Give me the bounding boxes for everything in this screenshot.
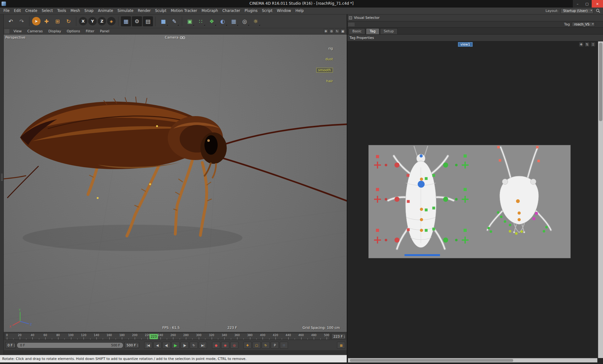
selector-marker[interactable]: [374, 162, 381, 169]
camera-axes-icon[interactable]: [180, 36, 185, 40]
record-position-button[interactable]: ✚: [243, 342, 252, 349]
keyframe-selection-button[interactable]: ▦: [337, 342, 345, 349]
record-scale-button[interactable]: ▢: [253, 342, 261, 349]
record-options-button[interactable]: ◎: [230, 342, 238, 349]
menu-tools[interactable]: Tools: [55, 8, 68, 13]
selector-marker[interactable]: [385, 198, 387, 201]
play-button[interactable]: ▶: [171, 342, 180, 349]
cockroach-model[interactable]: [4, 35, 347, 332]
selector-marker[interactable]: [545, 226, 548, 228]
menu-animate[interactable]: Animate: [96, 8, 115, 13]
selector-marker[interactable]: [432, 174, 435, 177]
timeline-ruler[interactable]: 0204060801001201401601802002202402602803…: [5, 333, 330, 340]
spinner-arrows[interactable]: ▴▾: [137, 344, 138, 347]
selector-marker[interactable]: [515, 232, 518, 235]
selector-marker[interactable]: [455, 164, 458, 166]
selector-marker[interactable]: [487, 227, 490, 229]
hud-tag-dust[interactable]: dust: [325, 57, 333, 61]
next-frame-button[interactable]: |▶: [181, 342, 189, 349]
panel-header[interactable]: Visual Selector: [347, 14, 603, 21]
viewport-menu-filter[interactable]: Filter: [83, 29, 97, 33]
minimize-button[interactable]: –: [573, 0, 582, 8]
selector-marker[interactable]: [420, 229, 423, 232]
panel-window-icon[interactable]: [349, 16, 352, 19]
range-end-spinner[interactable]: 500 F ▴▾: [124, 342, 139, 348]
move-tool-icon[interactable]: ✚: [41, 16, 52, 26]
menu-sculpt[interactable]: Sculpt: [153, 8, 169, 13]
selector-marker[interactable]: [425, 209, 428, 211]
record-pla-button[interactable]: ∷: [280, 342, 288, 349]
selector-marker[interactable]: [443, 238, 448, 243]
selector-marker[interactable]: [516, 199, 520, 203]
goto-start-button[interactable]: |◀: [144, 342, 152, 349]
render-settings-icon[interactable]: ⚙: [132, 16, 142, 26]
menu-render[interactable]: Render: [136, 8, 153, 13]
selector-marker[interactable]: [464, 154, 467, 158]
menu-motion-tracker[interactable]: Motion Tracker: [169, 8, 199, 13]
tag-properties-header[interactable]: Tag Properties: [347, 35, 603, 41]
selector-marker[interactable]: [407, 174, 410, 177]
array-generator-icon[interactable]: ∷: [196, 16, 206, 26]
record-rotation-button[interactable]: ↻: [262, 342, 270, 349]
scroll-panel-icon[interactable]: ⇅: [585, 42, 589, 47]
range-start-spinner[interactable]: 0 F ▴▾: [5, 342, 16, 348]
menu-plugins[interactable]: Plugins: [242, 8, 260, 13]
render-view-icon[interactable]: ▦: [121, 16, 131, 26]
menu-help[interactable]: Help: [293, 8, 306, 13]
grid-array-icon[interactable]: ▦: [229, 16, 239, 26]
selector-marker[interactable]: [518, 211, 521, 215]
selector-marker[interactable]: [432, 207, 435, 210]
palette-grip[interactable]: [1, 174, 3, 181]
selector-marker[interactable]: [420, 218, 423, 221]
viewport-menu-display[interactable]: Display: [46, 29, 64, 33]
menu-simulate[interactable]: Simulate: [115, 8, 136, 13]
pan-view-icon[interactable]: ✚: [323, 29, 328, 34]
selector-marker[interactable]: [462, 162, 469, 169]
zoom-view-icon[interactable]: ⊕: [329, 29, 334, 34]
rotate-tool-icon[interactable]: ↻: [63, 16, 73, 26]
view-label[interactable]: Perspective: [5, 35, 25, 40]
hud-tag-rig[interactable]: rig: [328, 46, 333, 51]
tab-setup[interactable]: Setup: [380, 28, 398, 34]
scrollbar-thumb[interactable]: [350, 359, 513, 362]
left-palette-strip[interactable]: [0, 14, 4, 362]
selector-marker[interactable]: [499, 159, 501, 162]
tag-grip-icon[interactable]: [349, 23, 354, 26]
selector-marker[interactable]: [394, 197, 399, 202]
menu-window[interactable]: Window: [274, 8, 293, 13]
preview-range-slider[interactable]: 0 F 500 F: [17, 342, 123, 348]
selector-marker[interactable]: [464, 188, 467, 191]
selector-marker[interactable]: [405, 254, 440, 256]
previous-frame-button[interactable]: ◀|: [162, 342, 171, 349]
selector-marker[interactable]: [543, 230, 545, 233]
menu-script[interactable]: Script: [260, 8, 274, 13]
selector-marker[interactable]: [537, 160, 540, 162]
menu-file[interactable]: File: [1, 8, 12, 13]
record-keyframe-button[interactable]: ●: [212, 342, 220, 349]
selector-marker[interactable]: [425, 229, 428, 232]
tab-tag[interactable]: Tag: [366, 28, 379, 34]
selector-marker[interactable]: [532, 217, 535, 220]
add-cube-icon[interactable]: ■: [158, 16, 168, 26]
maximize-view-icon[interactable]: ▣: [340, 29, 345, 34]
view-tab-view1[interactable]: view1: [458, 42, 473, 47]
selector-marker[interactable]: [374, 196, 381, 203]
pin-panel-icon[interactable]: ↧: [591, 42, 595, 47]
loop-button[interactable]: ↻: [190, 342, 198, 349]
selector-marker[interactable]: [504, 220, 506, 223]
selector-marker[interactable]: [374, 237, 381, 244]
selector-marker[interactable]: [464, 229, 467, 232]
menu-mesh[interactable]: Mesh: [68, 8, 82, 13]
current-frame-marker[interactable]: 223: [149, 334, 158, 339]
maximize-button[interactable]: ▢: [582, 0, 592, 8]
tag-select[interactable]: roach_VS: [572, 22, 595, 27]
panel-vertical-scrollbar[interactable]: [598, 41, 603, 358]
selector-marker[interactable]: [462, 196, 469, 203]
camera-tool-icon[interactable]: ◎: [240, 16, 250, 26]
selector-marker[interactable]: [385, 164, 387, 166]
hud-tag-smooth[interactable]: smooth: [316, 68, 333, 72]
selector-marker[interactable]: [420, 154, 423, 158]
selector-marker[interactable]: [407, 228, 410, 231]
selector-marker[interactable]: [455, 239, 458, 241]
search-icon[interactable]: [596, 8, 600, 13]
